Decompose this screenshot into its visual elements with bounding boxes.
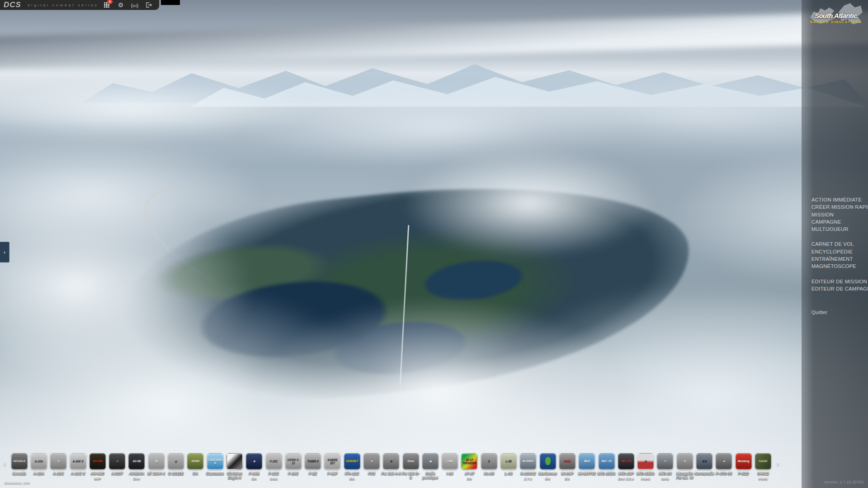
module-icon[interactable]: 2: [481, 453, 497, 469]
module-normandie[interactable]: ✈✈Normandie: [694, 453, 714, 481]
module-icon[interactable]: JF-17 THUNDER: [461, 453, 477, 469]
module-icon[interactable]: [226, 453, 243, 469]
module-a-10a[interactable]: A-10AA-10A: [29, 453, 48, 481]
module-ajs37[interactable]: ✛AJS37: [107, 453, 127, 481]
menu-item-encyclopedie[interactable]: ENCYCLOPÉDIE: [811, 248, 868, 255]
module-fw-190-a-8[interactable]: ✈Fw 190 A-8: [382, 453, 401, 481]
module-mig-29[interactable]: ▼MiG-29beta: [656, 453, 675, 481]
disclaimer-link[interactable]: Disclaimer_Info: [5, 481, 30, 485]
module-f-5e[interactable]: TIGER IIF-5E: [303, 453, 322, 481]
module-icon[interactable]: ARMS: [187, 453, 203, 469]
module-icon[interactable]: AH-64D: [90, 453, 106, 469]
module-icon[interactable]: SA342: [755, 453, 771, 469]
module-icon[interactable]: ✠: [148, 453, 165, 469]
module-mig-19p[interactable]: MiG-19MiG-19PDev 2.5.x: [616, 453, 636, 481]
module-c-101eb[interactable]: ◎C-101EB: [166, 453, 185, 481]
module-p-47d-30[interactable]: ★P-47D-30: [714, 453, 734, 481]
module-nevada[interactable]: NEVADANevada: [9, 453, 29, 481]
module-icon[interactable]: L-39: [500, 453, 517, 469]
module-f-86f[interactable]: SABRE JETF-86F: [323, 453, 342, 481]
menu-item-action-immediate[interactable]: ACTION IMMÉDIATE: [811, 196, 868, 203]
module-mig-15bis[interactable]: МиГ-15MiG-15bis: [597, 453, 616, 481]
modules-grid-icon[interactable]: 4: [103, 1, 110, 9]
module-icon[interactable]: F-15C: [266, 453, 282, 469]
module-icon[interactable]: Mustang: [736, 453, 752, 469]
module-icon[interactable]: CAUCASUS: [207, 453, 223, 469]
menu-item-mission[interactable]: MISSION: [811, 211, 868, 218]
module-icon[interactable]: I-16: [442, 453, 458, 469]
module-icon[interactable]: HIND: [559, 453, 576, 469]
menu-item-creer-mission-rapide[interactable]: CRÉER MISSION RAPIDE: [811, 203, 868, 211]
module-icon[interactable]: ★: [716, 453, 732, 469]
module-icon[interactable]: МиГ-15: [599, 453, 615, 469]
menu-item-carnet-de-vol[interactable]: CARNET DE VOL: [811, 240, 868, 248]
module-icon[interactable]: [540, 453, 556, 469]
module-icon[interactable]: TIGER II: [305, 453, 321, 469]
module-a-10c-ii[interactable]: A-10C IIA-10C II: [68, 453, 88, 481]
module-icon[interactable]: SABRE JET: [324, 453, 340, 469]
module-p-51d[interactable]: MustangP-51D: [734, 453, 753, 481]
transmitter-icon[interactable]: [131, 1, 138, 9]
scroll-right-button[interactable]: ›: [777, 460, 779, 469]
module-av8bna[interactable]: AV-8BAV8BNADev: [127, 453, 146, 481]
module-ah-64d[interactable]: AH-64DAH-64DWIP: [88, 453, 107, 481]
module-icon[interactable]: ★: [246, 453, 262, 469]
module-f-15c[interactable]: F-15CF-15Cbeta: [264, 453, 283, 481]
menu-item-quitter[interactable]: Quitter: [811, 309, 868, 316]
module-l-39[interactable]: L-39L-39: [499, 453, 518, 481]
module-icon[interactable]: Dora: [403, 453, 419, 469]
module-mariannes[interactable]: MariannesEA: [538, 453, 557, 481]
scroll-left-button[interactable]: ‹: [4, 460, 6, 469]
module-icon[interactable]: ✈: [677, 453, 693, 469]
menu-item-magnetoscope[interactable]: MAGNÉTOSCOPE: [811, 263, 868, 270]
module-icon[interactable]: ✈: [50, 453, 66, 469]
module-mosquito-fb-mk-vi[interactable]: ✈Mosquito FB Mk. VI: [675, 453, 694, 481]
menu-item-multijoueur[interactable]: MULTIJOUEUR: [811, 225, 868, 233]
module-icon[interactable]: ✈: [637, 453, 654, 469]
module-icon[interactable]: ◉: [422, 453, 439, 469]
module-i-16[interactable]: I-16I-16: [440, 453, 460, 481]
module-icon[interactable]: AV-8B: [128, 453, 145, 469]
module-mi-8mtv2[interactable]: Mi-8MI-8MTV2: [577, 453, 597, 481]
module-fw-190-d-9[interactable]: DoraFw 190 D-9: [401, 453, 420, 481]
module-golfe-persique[interactable]: ◉Golfe persique: [420, 453, 440, 481]
module-icon[interactable]: HORNET: [344, 453, 360, 469]
module-icon[interactable]: ◎: [168, 453, 184, 469]
module-icon[interactable]: ✛: [109, 453, 125, 469]
module-icon[interactable]: M-2000C: [520, 453, 536, 469]
module-f-14b[interactable]: ★F-14BEA: [245, 453, 264, 481]
module-sa342[interactable]: SA342SA342trunk: [753, 453, 773, 481]
module-icon[interactable]: Mi-8: [579, 453, 595, 469]
module-bf-109k-4[interactable]: ✠Bf 109K-4: [146, 453, 166, 481]
exit-icon[interactable]: [145, 1, 152, 9]
module-f-a-18c[interactable]: HORNETF/A-18CEA: [342, 453, 362, 481]
module-icon[interactable]: A-10C II: [70, 453, 86, 469]
module-icon[interactable]: ✈: [383, 453, 399, 469]
module-jf-17[interactable]: JF-17 THUNDERJF-17EA: [460, 453, 479, 481]
module-sublabel: trunk: [641, 477, 650, 481]
menu-item-editeur-de-mission[interactable]: ÉDITEUR DE MISSION: [811, 278, 868, 285]
module-christen-eagle-ii[interactable]: Christen Eagle II: [225, 453, 244, 481]
menu-item-entrainement[interactable]: ENTRAÎNEMENT: [811, 255, 868, 263]
module-icon[interactable]: VIPER F-16: [285, 453, 302, 469]
module-icon[interactable]: NEVADA: [11, 453, 28, 469]
module-f-16c[interactable]: VIPER F-16F-16C: [283, 453, 303, 481]
module-icon[interactable]: ✈: [363, 453, 380, 469]
module-icon[interactable]: MiG-19: [618, 453, 634, 469]
menu-item-editeur-de-campagne[interactable]: ÉDITEUR DE CAMPAGNE: [811, 285, 868, 292]
module-fc3[interactable]: ✈FC3: [362, 453, 381, 481]
module-icon[interactable]: A-10A: [31, 453, 47, 469]
menu-item-campagne[interactable]: CAMPAGNE: [811, 218, 868, 225]
module-icon[interactable]: ✈✈: [696, 453, 712, 469]
module-caucasus[interactable]: CAUCASUSCaucasus: [205, 453, 225, 481]
module-mi-24p[interactable]: HINDMI-24PEA: [557, 453, 577, 481]
left-panel-expander[interactable]: ›: [0, 242, 9, 263]
module-sublabel: beta: [661, 477, 669, 481]
module-ca[interactable]: ARMSCA: [186, 453, 205, 481]
settings-gear-icon[interactable]: ⚙: [117, 1, 124, 9]
module-mig-21bis[interactable]: ✈MiG-21bistrunk: [636, 453, 656, 481]
module-ka-50[interactable]: 2Ka-50: [479, 453, 499, 481]
module-a-10c[interactable]: ✈A-10C: [49, 453, 68, 481]
module-icon[interactable]: ▼: [657, 453, 673, 469]
module-m-2000c[interactable]: M-2000CM-2000C2.7.x: [519, 453, 538, 481]
